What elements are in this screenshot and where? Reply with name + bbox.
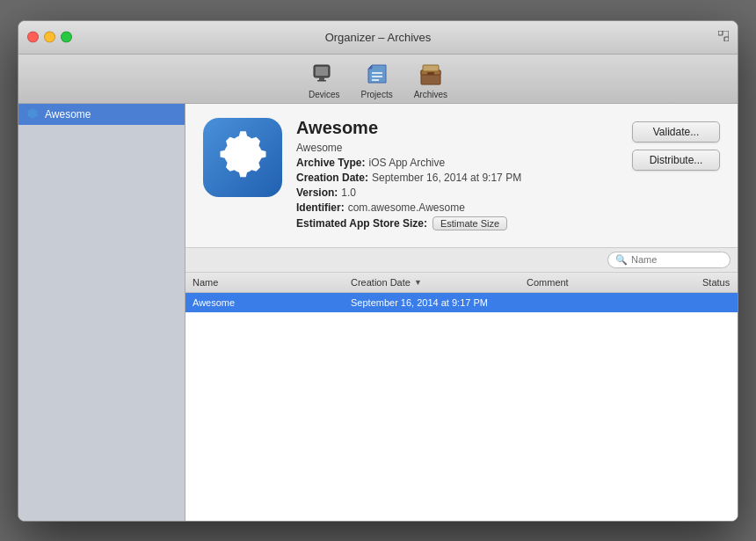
- version-label: Version:: [296, 186, 338, 199]
- detail-panel: Awesome Awesome Archive Type: iOS App Ar…: [185, 104, 738, 248]
- archives-icon: [417, 60, 445, 88]
- creation-date-row: Creation Date: September 16, 2014 at 9:1…: [296, 172, 618, 184]
- sidebar-item-label: Awesome: [45, 108, 91, 121]
- identifier-value: com.awesome.Awesome: [348, 201, 465, 214]
- archive-type-value: iOS App Archive: [368, 157, 445, 169]
- svg-rect-6: [319, 77, 324, 80]
- expand-button[interactable]: [718, 31, 729, 43]
- archives-label: Archives: [414, 90, 447, 99]
- table-area: 🔍 Name Creation Date ▼ Comment Status: [185, 248, 738, 521]
- main-window: Organizer – Archives: [18, 20, 738, 522]
- toolbar-item-projects[interactable]: Projects: [361, 60, 393, 99]
- cell-status: [695, 301, 738, 304]
- projects-icon: [363, 60, 391, 88]
- svg-rect-13: [427, 72, 434, 75]
- toolbar-item-devices[interactable]: Devices: [309, 60, 340, 99]
- sidebar-item-awesome[interactable]: Awesome: [18, 104, 185, 125]
- projects-label: Projects: [361, 90, 393, 99]
- sidebar-gear-icon: [25, 107, 40, 121]
- search-input-container: 🔍: [607, 252, 731, 268]
- table-body: Awesome September 16, 2014 at 9:17 PM: [185, 293, 738, 521]
- title-bar: Organizer – Archives: [18, 21, 738, 55]
- sort-arrow-icon: ▼: [414, 278, 422, 287]
- cell-name: Awesome: [185, 296, 344, 310]
- svg-rect-1: [724, 37, 729, 41]
- cell-date: September 16, 2014 at 9:17 PM: [344, 296, 520, 310]
- table-row[interactable]: Awesome September 16, 2014 at 9:17 PM: [185, 293, 738, 312]
- devices-icon: [310, 60, 338, 88]
- search-bar: 🔍: [185, 248, 738, 273]
- validate-button[interactable]: Validate...: [632, 121, 720, 143]
- app-gear-icon: [214, 128, 272, 186]
- version-row: Version: 1.0: [296, 186, 618, 199]
- window-controls: [27, 32, 72, 43]
- identifier-label: Identifier:: [296, 201, 345, 214]
- app-subtitle-row: Awesome: [296, 142, 618, 154]
- minimize-button[interactable]: [44, 32, 55, 43]
- sidebar: Awesome: [18, 104, 185, 521]
- column-status[interactable]: Status: [695, 275, 738, 289]
- search-input[interactable]: [631, 254, 723, 265]
- cell-comment: [520, 301, 695, 304]
- identifier-row: Identifier: com.awesome.Awesome: [296, 201, 618, 214]
- app-subtitle: Awesome: [296, 142, 342, 154]
- column-creation-date[interactable]: Creation Date ▼: [344, 275, 520, 289]
- app-title: Awesome: [296, 118, 618, 138]
- toolbar-buttons: Devices Projects: [309, 60, 447, 99]
- svg-rect-7: [317, 80, 326, 82]
- maximize-button[interactable]: [61, 32, 72, 43]
- app-info: Awesome Awesome Archive Type: iOS App Ar…: [296, 118, 618, 233]
- toolbar: Devices Projects: [18, 55, 738, 104]
- window-title: Organizer – Archives: [325, 31, 432, 44]
- table-header: Name Creation Date ▼ Comment Status: [185, 273, 738, 293]
- column-comment[interactable]: Comment: [520, 275, 695, 289]
- estimated-size-row: Estimated App Store Size: Estimate Size: [296, 216, 618, 230]
- app-icon: [203, 118, 282, 197]
- svg-rect-14: [423, 65, 439, 71]
- archive-type-row: Archive Type: iOS App Archive: [296, 157, 618, 169]
- content-area: Awesome Awesome Awesome: [18, 104, 738, 521]
- creation-date-label: Creation Date:: [296, 172, 368, 184]
- main-content: Awesome Awesome Archive Type: iOS App Ar…: [185, 104, 738, 521]
- search-icon: 🔍: [615, 254, 628, 266]
- column-date-label: Creation Date: [351, 277, 411, 288]
- creation-date-value: September 16, 2014 at 9:17 PM: [372, 172, 521, 184]
- estimate-size-button[interactable]: Estimate Size: [433, 216, 507, 230]
- version-value: 1.0: [341, 186, 356, 199]
- close-button[interactable]: [27, 32, 39, 43]
- distribute-button[interactable]: Distribute...: [632, 150, 720, 171]
- action-buttons: Validate... Distribute...: [632, 118, 720, 233]
- column-name[interactable]: Name: [185, 275, 344, 289]
- svg-rect-5: [316, 67, 328, 76]
- devices-label: Devices: [309, 90, 340, 99]
- svg-rect-0: [718, 31, 723, 35]
- archive-type-label: Archive Type:: [296, 157, 365, 169]
- estimated-size-label: Estimated App Store Size:: [296, 217, 427, 230]
- toolbar-item-archives[interactable]: Archives: [414, 60, 447, 99]
